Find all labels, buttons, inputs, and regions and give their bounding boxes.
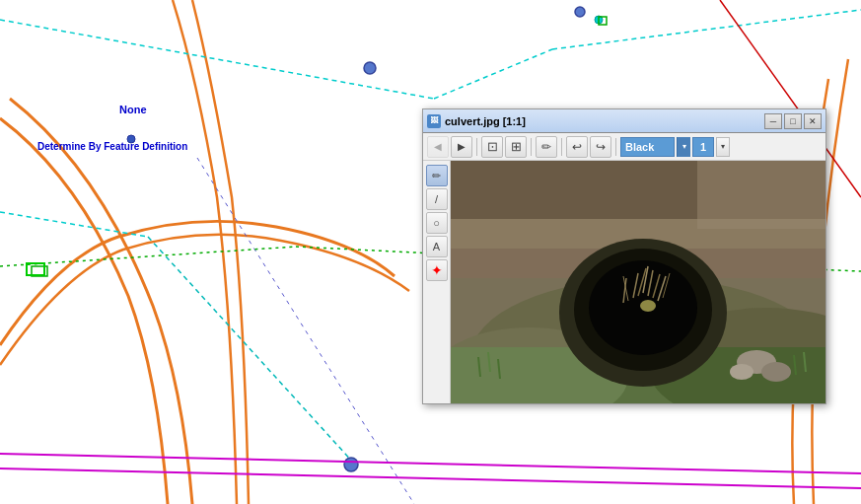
culvert-photo <box>451 161 825 403</box>
pen-size-arrow[interactable]: ▾ <box>716 137 730 157</box>
svg-rect-18 <box>27 263 44 275</box>
svg-line-5 <box>0 212 148 237</box>
ellipse-tool[interactable]: ○ <box>426 212 448 234</box>
svg-point-42 <box>730 364 753 380</box>
viewer-titlebar: 🖼 culvert.jpg [1:1] ─ □ ✕ <box>423 109 825 133</box>
undo-button[interactable]: ↩ <box>566 136 588 158</box>
pencil-button[interactable]: ✏ <box>536 136 557 158</box>
svg-line-1 <box>434 49 552 99</box>
svg-line-6 <box>148 237 355 465</box>
svg-point-3 <box>364 62 376 74</box>
svg-point-39 <box>640 300 656 312</box>
color-dropdown-arrow[interactable]: ▾ <box>677 137 690 157</box>
toolbar-separator-1 <box>476 138 477 156</box>
svg-point-41 <box>761 362 791 382</box>
viewer-title: culvert.jpg [1:1] <box>445 115 760 127</box>
viewer-title-icon: 🖼 <box>427 114 441 128</box>
svg-point-4 <box>575 7 585 17</box>
pencil-tool[interactable]: ✏ <box>426 165 448 186</box>
close-button[interactable]: ✕ <box>804 113 822 129</box>
toolbar-separator-4 <box>615 138 616 156</box>
pen-size-button[interactable]: 1 <box>692 137 714 157</box>
viewer-body: ✏ / ○ A ✦ <box>423 161 825 403</box>
viewer-image-area <box>451 161 825 403</box>
pen-size-value: 1 <box>700 141 706 153</box>
viewer-sidebar: ✏ / ○ A ✦ <box>423 161 451 403</box>
text-tool[interactable]: A <box>426 236 448 257</box>
color-dropdown[interactable]: Black <box>620 137 675 157</box>
toolbar-separator-2 <box>531 138 532 156</box>
svg-rect-48 <box>697 161 825 229</box>
toolbar-separator-3 <box>561 138 562 156</box>
zoom-ext-button[interactable]: ⊞ <box>505 136 527 158</box>
svg-point-19 <box>127 135 135 143</box>
maximize-button[interactable]: □ <box>784 113 802 129</box>
back-button[interactable]: ◀ <box>427 136 449 158</box>
pointer-tool[interactable]: ✦ <box>426 259 448 281</box>
image-viewer-window[interactable]: 🖼 culvert.jpg [1:1] ─ □ ✕ ◀ ▶ ⊡ ⊞ ✏ ↩ ↪ … <box>422 108 826 404</box>
window-controls[interactable]: ─ □ ✕ <box>764 113 822 129</box>
fit-button[interactable]: ⊡ <box>481 136 503 158</box>
redo-button[interactable]: ↪ <box>590 136 611 158</box>
svg-line-0 <box>0 20 434 99</box>
color-value: Black <box>625 141 654 153</box>
line-tool[interactable]: / <box>426 188 448 210</box>
svg-point-7 <box>344 458 358 471</box>
forward-button[interactable]: ▶ <box>451 136 472 158</box>
minimize-button[interactable]: ─ <box>764 113 782 129</box>
viewer-toolbar: ◀ ▶ ⊡ ⊞ ✏ ↩ ↪ Black ▾ 1 ▾ <box>423 133 825 161</box>
